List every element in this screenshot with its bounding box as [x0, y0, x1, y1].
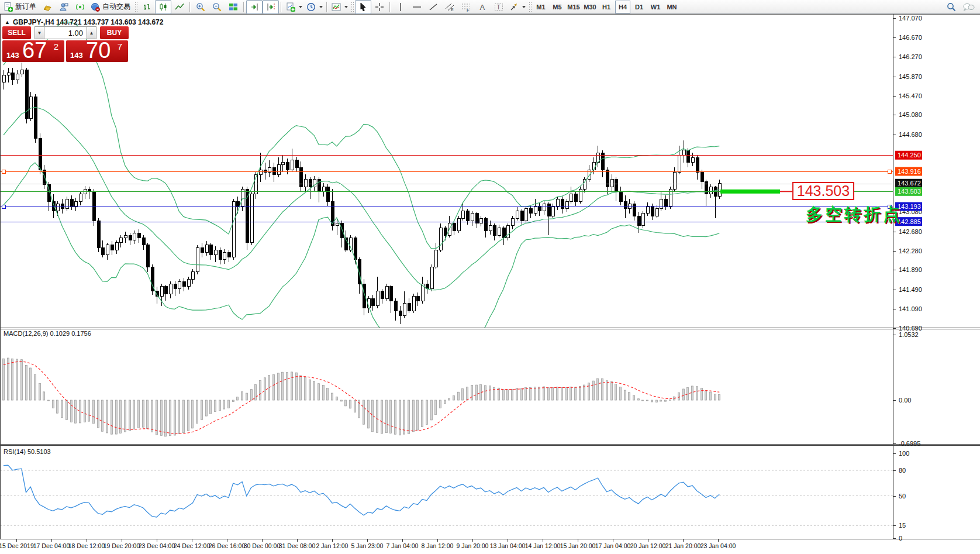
- rsi-label: RSI(14) 50.5103: [4, 448, 51, 455]
- timeframe-button-M30[interactable]: M30: [582, 1, 598, 13]
- arrows-button[interactable]: [507, 0, 527, 14]
- market-button[interactable]: [39, 0, 56, 14]
- volume-input[interactable]: 1.00: [44, 26, 87, 39]
- timeframe-button-M15[interactable]: M15: [566, 1, 581, 13]
- trendline-button[interactable]: [425, 0, 441, 14]
- chevron-down-icon: [522, 6, 526, 8]
- svg-text:20 Jan 12:00: 20 Jan 12:00: [630, 542, 666, 549]
- toolbar-separator: [326, 2, 327, 12]
- profile-button[interactable]: [56, 0, 72, 14]
- svg-text:A: A: [480, 2, 485, 11]
- timeframe-button-MN[interactable]: MN: [664, 1, 679, 13]
- sell-price-button[interactable]: 143 67 2: [2, 40, 64, 62]
- svg-text:145.870: 145.870: [899, 73, 922, 80]
- chart-shift-icon: [265, 2, 276, 12]
- svg-text:50: 50: [899, 493, 906, 500]
- channel-button[interactable]: E: [441, 0, 458, 14]
- svg-text:141.890: 141.890: [899, 266, 922, 273]
- svg-text:23 Jan 04:00: 23 Jan 04:00: [701, 542, 736, 549]
- new-order-button[interactable]: 新订单: [1, 0, 39, 14]
- buy-price-big: 70: [86, 38, 111, 63]
- bars-chart-button[interactable]: [139, 0, 155, 14]
- line-chart-button[interactable]: [171, 0, 188, 14]
- svg-text:E: E: [451, 8, 454, 12]
- indicators-icon: [331, 2, 341, 12]
- time-axis[interactable]: 15 Dec 201917 Dec 04:0018 Dec 12:0019 De…: [0, 542, 736, 549]
- svg-text:143.672: 143.672: [898, 180, 921, 187]
- svg-text:141.090: 141.090: [899, 305, 922, 312]
- auto-trading-button[interactable]: 自动交易: [88, 0, 133, 14]
- chart-canvas[interactable]: 147.070146.670146.270145.870145.470145.0…: [0, 14, 980, 554]
- zoom-in-button[interactable]: [192, 0, 209, 14]
- tile-windows-button[interactable]: [225, 0, 241, 14]
- timeframe-button-D1[interactable]: D1: [632, 1, 647, 13]
- timeframe-button-H1[interactable]: H1: [599, 1, 614, 13]
- crosshair-button[interactable]: [371, 0, 388, 14]
- search-icon[interactable]: [946, 2, 957, 12]
- chart-shift-button[interactable]: [263, 0, 279, 14]
- zoom-in-icon: [195, 2, 206, 12]
- periods-button[interactable]: [304, 0, 325, 14]
- equidistant-channel-icon: E: [444, 2, 455, 12]
- symbol-info: ▲ GBPJPY-,H4 143.721 143.737 143.603 143…: [5, 18, 163, 26]
- buy-button[interactable]: BUY: [100, 26, 129, 39]
- indicators-button[interactable]: [329, 0, 350, 14]
- line-chart-icon: [174, 2, 185, 12]
- svg-text:142.680: 142.680: [899, 228, 922, 235]
- candlestick-chart-icon: [158, 2, 168, 12]
- timeframe-button-H4[interactable]: H4: [615, 1, 630, 13]
- svg-text:26 Dec 16:00: 26 Dec 16:00: [209, 542, 246, 549]
- cursor-button[interactable]: [355, 0, 371, 14]
- collapse-panel-icon[interactable]: ▲: [5, 19, 10, 25]
- candles-chart-button[interactable]: [155, 0, 171, 14]
- svg-text:21 Jan 20:00: 21 Jan 20:00: [665, 542, 701, 549]
- auto-scroll-button[interactable]: [246, 0, 263, 14]
- zoom-out-button[interactable]: [209, 0, 225, 14]
- svg-text:5 Jan 23:00: 5 Jan 23:00: [351, 542, 384, 549]
- horizontal-line-icon: [412, 2, 422, 12]
- timeframe-button-M5[interactable]: M5: [550, 1, 565, 13]
- svg-text:17 Dec 04:00: 17 Dec 04:00: [33, 542, 70, 549]
- volume-increase-button[interactable]: ▲: [87, 26, 96, 39]
- cursor-icon: [358, 2, 368, 12]
- text-label-button[interactable]: T: [491, 0, 507, 14]
- vertical-line-button[interactable]: [392, 0, 409, 14]
- toolbar-separator: [243, 2, 244, 12]
- timeframe-button-M1[interactable]: M1: [533, 1, 548, 13]
- svg-text:9 Jan 20:00: 9 Jan 20:00: [457, 542, 489, 549]
- price-annotation-box[interactable]: 143.503: [792, 182, 854, 200]
- svg-text:13 Jan 04:00: 13 Jan 04:00: [490, 542, 526, 549]
- buy-price-button[interactable]: 143 70 7: [66, 40, 128, 62]
- buy-price-prefix: 143: [70, 51, 83, 60]
- toolbar-grip: [529, 2, 532, 12]
- signals-button[interactable]: [72, 0, 88, 14]
- one-click-trading-panel: SELL ▼ 1.00 ▲ BUY 143 67 2 143 70 7: [2, 26, 130, 62]
- arrow-objects-icon: [509, 2, 519, 12]
- svg-text:0: 0: [899, 535, 902, 542]
- sell-price-sup: 2: [54, 42, 58, 51]
- chart-area[interactable]: 147.070146.670146.270145.870145.470145.0…: [0, 14, 980, 554]
- fibonacci-button[interactable]: F: [458, 0, 474, 14]
- chevron-down-icon: [299, 6, 302, 8]
- text-button[interactable]: A: [474, 0, 491, 14]
- svg-text:17 Jan 04:00: 17 Jan 04:00: [595, 542, 631, 549]
- sell-button[interactable]: SELL: [2, 26, 31, 39]
- timeframe-button-W1[interactable]: W1: [648, 1, 663, 13]
- svg-text:14 Jan 12:00: 14 Jan 12:00: [525, 542, 561, 549]
- svg-text:31 Dec 08:00: 31 Dec 08:00: [279, 542, 316, 549]
- svg-text:23 Dec 04:00: 23 Dec 04:00: [139, 542, 175, 549]
- main-price-pane: [0, 22, 893, 350]
- gold-bar-icon: [42, 2, 53, 12]
- svg-text:146.270: 146.270: [899, 53, 922, 60]
- volume-decrease-button[interactable]: ▼: [34, 26, 44, 39]
- new-chart-button[interactable]: [284, 0, 304, 14]
- svg-text:141.490: 141.490: [899, 286, 922, 293]
- svg-text:140.690: 140.690: [899, 325, 922, 332]
- bars-chart-icon: [142, 2, 152, 12]
- price-axis[interactable]: 147.070146.670146.270145.870145.470145.0…: [895, 15, 922, 542]
- svg-text:147.070: 147.070: [899, 15, 922, 22]
- chat-icon[interactable]: [962, 2, 975, 12]
- horizontal-line-button[interactable]: [409, 0, 425, 14]
- turning-point-annotation[interactable]: 多空转折点: [806, 203, 902, 226]
- svg-text:80: 80: [899, 467, 906, 474]
